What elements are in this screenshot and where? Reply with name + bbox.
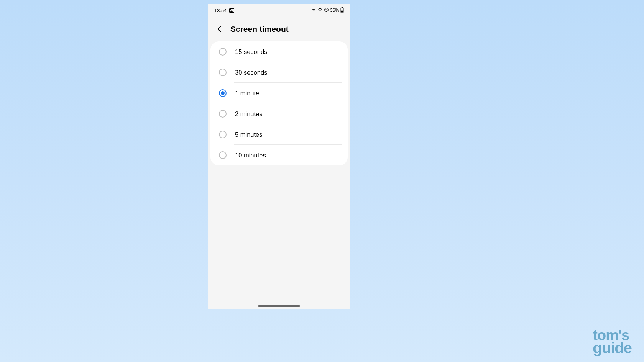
radio-icon (219, 48, 227, 56)
option-15-seconds[interactable]: 15 seconds (210, 41, 348, 62)
options-card: 15 seconds 30 seconds 1 minute 2 minutes… (210, 41, 348, 165)
gesture-bar[interactable] (258, 305, 300, 307)
option-30-seconds[interactable]: 30 seconds (210, 62, 348, 83)
option-label: 15 seconds (235, 48, 267, 56)
option-5-minutes[interactable]: 5 minutes (210, 124, 348, 145)
battery-percentage: 36% (330, 8, 339, 13)
watermark-line2: guide (593, 341, 632, 354)
no-data-icon (324, 7, 329, 13)
watermark-logo: tom's guide (593, 329, 632, 354)
option-label: 2 minutes (235, 110, 263, 118)
option-10-minutes[interactable]: 10 minutes (210, 145, 348, 165)
status-left: 13:54 (214, 8, 234, 13)
svg-rect-4 (341, 10, 343, 12)
radio-icon (219, 69, 227, 76)
option-2-minutes[interactable]: 2 minutes (210, 103, 348, 124)
radio-icon (219, 110, 227, 118)
option-label: 10 minutes (235, 152, 266, 159)
wifi-icon (317, 7, 323, 13)
radio-icon (219, 131, 227, 138)
page-title: Screen timeout (230, 25, 289, 34)
radio-icon (219, 151, 227, 159)
status-time: 13:54 (214, 8, 227, 13)
option-label: 30 seconds (235, 69, 267, 76)
phone-frame: 13:54 36% Screen timeout (208, 4, 350, 309)
status-right: 36% (311, 7, 344, 14)
status-bar: 13:54 36% (208, 4, 350, 15)
back-button[interactable] (216, 25, 223, 33)
picture-icon (229, 8, 234, 13)
radio-icon-selected (219, 89, 227, 97)
battery-icon (340, 7, 344, 14)
option-1-minute[interactable]: 1 minute (210, 83, 348, 103)
chevron-left-icon (216, 25, 223, 33)
option-label: 1 minute (235, 90, 259, 97)
mute-icon (311, 7, 316, 13)
page-header: Screen timeout (208, 15, 350, 41)
svg-line-1 (325, 8, 328, 11)
option-label: 5 minutes (235, 131, 263, 138)
